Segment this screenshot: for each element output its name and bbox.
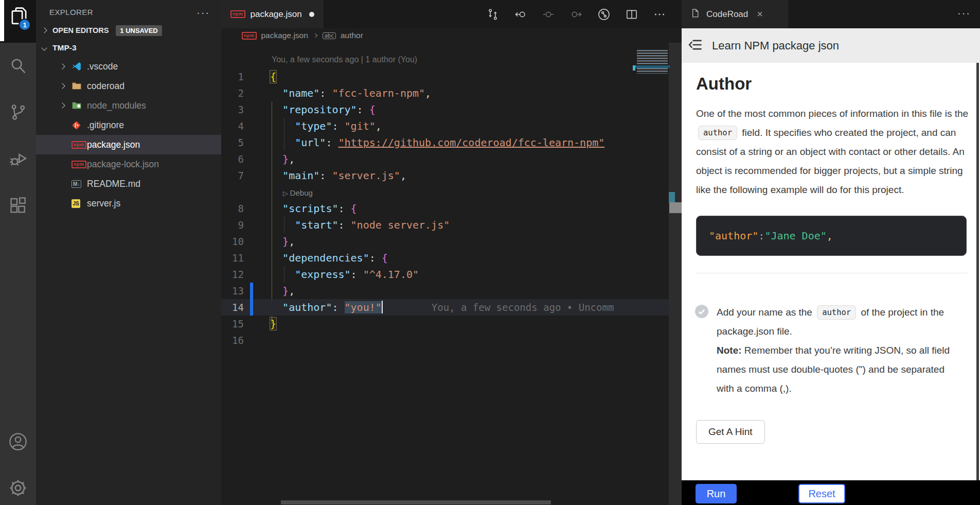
active-indicator [0, 0, 4, 41]
code-token: "dependencies" [282, 252, 369, 264]
code-line-10[interactable]: 10 }, [221, 233, 682, 250]
code-token: : [319, 169, 332, 182]
sidebar-item-node_modules[interactable]: node_modules [36, 96, 221, 115]
code-line-5[interactable]: 5 "url": "https://github.com/coderoad/fc… [221, 134, 682, 151]
code-line-8[interactable]: 8 "scripts": { [221, 200, 682, 217]
minimap-code-preview [637, 50, 668, 74]
current-change-icon[interactable] [542, 8, 555, 21]
line-number: 11 [221, 250, 250, 266]
extensions-icon[interactable] [8, 196, 28, 216]
code-line-16[interactable]: 16 [221, 332, 682, 349]
code-line-1[interactable]: 1{ [221, 68, 682, 85]
run-debug-icon[interactable] [8, 148, 28, 169]
sidebar-item-README.md[interactable]: M↓README.md [36, 174, 221, 194]
code-token: , [400, 169, 406, 182]
reset-button[interactable]: Reset [798, 484, 845, 503]
line-number: 3 [221, 101, 250, 118]
panel-action-bar: Run Reset [682, 480, 980, 505]
chevron-right-icon [41, 27, 47, 33]
text-cursor [382, 301, 383, 314]
next-change-icon[interactable] [569, 8, 583, 21]
code-token: "url" [295, 136, 326, 149]
debug-codelens[interactable]: Debug [283, 188, 313, 197]
run-button[interactable]: Run [696, 484, 737, 503]
code-line-15[interactable]: 15} [221, 316, 682, 332]
code-line-14[interactable]: 14 "author": "you!"You, a few seconds ag… [221, 299, 682, 316]
chevron-right-icon [60, 84, 72, 88]
example-code-token: "Jane Doe" [764, 230, 826, 242]
unsaved-dot-icon[interactable] [309, 12, 314, 17]
open-editors-section[interactable]: OPEN EDITORS 1 UNSAVED [36, 22, 221, 39]
code-token: } [282, 153, 289, 165]
get-a-hint-button[interactable]: Get A Hint [696, 420, 765, 444]
code-line-9[interactable]: 9 "start": "node server.js" [221, 217, 682, 233]
code-token: "you!" [345, 301, 382, 314]
tutorial-header: Learn NPM package json [682, 28, 980, 63]
code-token: "fcc-learn-npm" [332, 87, 425, 99]
line-number: 7 [221, 167, 250, 184]
sidebar-item-server.js[interactable]: JSserver.js [36, 194, 221, 213]
code-token: "repository" [282, 103, 357, 116]
breadcrumb-symbol[interactable]: author [341, 31, 363, 40]
activity-bar: 1 [0, 0, 36, 505]
line-number: 15 [221, 316, 250, 332]
code-line-4[interactable]: 4 "type": "git", [221, 118, 682, 134]
minimap[interactable] [633, 43, 682, 505]
sidebar-item-.vscode[interactable]: .vscode [36, 57, 221, 76]
panel-scrollbar[interactable] [976, 63, 979, 480]
code-token [270, 301, 282, 314]
chevron-right-icon [60, 64, 72, 68]
timeline-icon[interactable] [597, 8, 611, 21]
code-line-6[interactable]: 6 }, [221, 151, 682, 167]
task-check-icon [694, 303, 709, 398]
file-label: .vscode [87, 61, 118, 72]
split-editor-icon[interactable] [625, 8, 638, 21]
code-line-11[interactable]: 11 "dependencies": { [221, 250, 682, 266]
sidebar-item-package-lock.json[interactable]: npmpackage-lock.json [36, 154, 221, 174]
settings-gear-icon[interactable] [8, 478, 28, 498]
collapse-menu-icon[interactable] [688, 37, 703, 55]
account-icon[interactable] [8, 431, 28, 452]
more-actions-icon[interactable] [653, 8, 666, 21]
code-line-13[interactable]: 13 }, [221, 283, 682, 299]
sidebar-item-coderoad[interactable]: coderoad [36, 76, 221, 96]
unsaved-badge: 1 UNSAVED [116, 25, 162, 36]
breadcrumb-file[interactable]: package.json [261, 31, 308, 40]
tab-package-json[interactable]: npm package.json [221, 0, 324, 28]
code-editor[interactable]: You, a few seconds ago | 1 author (You)1… [221, 43, 682, 505]
code-line-3[interactable]: 3 "repository": { [221, 101, 682, 118]
coderoad-panel: CodeRoad × ··· Learn NPM package json Au… [682, 0, 980, 505]
editor-scrollbar[interactable] [669, 43, 682, 505]
code-token: "^4.17.0" [363, 268, 419, 281]
compare-changes-icon[interactable] [486, 8, 500, 21]
code-token [270, 169, 282, 182]
workspace-root[interactable]: TMP-3 [36, 39, 221, 57]
code-token [270, 252, 282, 264]
explorer-more-actions-icon[interactable]: ··· [197, 10, 210, 15]
code-token: { [369, 103, 376, 116]
code-token: : [338, 202, 350, 215]
code-token: "https://github.com/coderoad/fcc-learn-n… [338, 136, 604, 149]
breadcrumb-separator-icon [313, 33, 317, 38]
source-control-icon[interactable] [8, 102, 28, 123]
scrollbar-slider[interactable] [669, 202, 682, 213]
close-icon[interactable]: × [757, 8, 763, 20]
code-token [270, 120, 295, 132]
horizontal-scrollbar[interactable] [281, 500, 551, 504]
code-line-7[interactable]: 7 "main": "server.js", [221, 167, 682, 184]
search-icon[interactable] [8, 56, 28, 76]
code-token: "git" [345, 120, 376, 132]
sidebar-item-.gitignore[interactable]: .gitignore [36, 115, 221, 135]
code-line-12[interactable]: 12 "express": "^4.17.0" [221, 266, 682, 283]
panel-more-actions-icon[interactable]: ··· [957, 7, 971, 19]
workspace-root-label: TMP-3 [52, 43, 77, 53]
code-token: { [382, 252, 388, 264]
code-line-2[interactable]: 2 "name": "fcc-learn-npm", [221, 85, 682, 101]
sidebar-item-package.json[interactable]: npmpackage.json [36, 135, 221, 154]
activity-item-explorer[interactable]: 1 [0, 0, 36, 43]
previous-change-icon[interactable] [514, 8, 527, 21]
npm-file-icon: npm [242, 32, 257, 40]
code-token: "node server.js" [351, 219, 450, 231]
breadcrumb: npm package.json abc author [221, 28, 682, 43]
tab-coderoad[interactable]: CodeRoad × [682, 0, 788, 28]
